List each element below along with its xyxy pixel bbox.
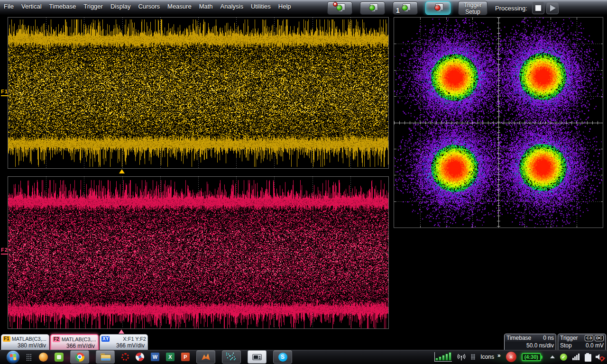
processing-play-button[interactable] bbox=[546, 2, 559, 14]
stop-square-icon bbox=[535, 5, 541, 11]
chrome-icon bbox=[75, 353, 84, 362]
f2-waveform-canvas[interactable] bbox=[8, 177, 388, 328]
signal-chart-icon[interactable] bbox=[434, 352, 452, 362]
network-signal-icon[interactable] bbox=[572, 354, 579, 360]
expand-chevron[interactable]: » bbox=[497, 352, 501, 359]
menu-item-help[interactable]: Help bbox=[278, 3, 291, 10]
trigger-stop-icon bbox=[432, 3, 444, 13]
descriptor-f2-title: MATLAB(C3,... bbox=[62, 337, 96, 342]
trigger-single-button[interactable]: 1 bbox=[393, 1, 418, 15]
descriptor-f2-scale: 366 mV/div bbox=[53, 343, 96, 350]
taskbar-app-icons: W X P S bbox=[7, 350, 292, 364]
taskbar-grip-icon[interactable] bbox=[26, 354, 32, 361]
tray-grip-icon[interactable] bbox=[471, 354, 475, 360]
processing-label: Processing: bbox=[495, 5, 527, 12]
plot-app-taskbar-button[interactable] bbox=[222, 350, 241, 364]
menu-items: File Vertical Timebase Trigger Display C… bbox=[4, 3, 291, 10]
xy-constellation-canvas[interactable] bbox=[394, 18, 603, 228]
trigger-setup-line1: Trigger bbox=[459, 2, 487, 9]
menu-item-timebase[interactable]: Timebase bbox=[49, 3, 76, 10]
evernote-icon[interactable] bbox=[55, 353, 64, 362]
pixel-graph-icon bbox=[226, 353, 237, 361]
menu-item-trigger[interactable]: Trigger bbox=[83, 3, 103, 10]
menu-item-display[interactable]: Display bbox=[110, 3, 131, 10]
matlab-taskbar-button[interactable] bbox=[196, 350, 215, 364]
trigger-coupling-badge: DC bbox=[595, 335, 604, 341]
show-hidden-icons-button[interactable] bbox=[550, 355, 555, 358]
windows-logo-icon bbox=[10, 354, 17, 360]
trigger-mode: Stop bbox=[560, 342, 572, 349]
powerpoint-icon[interactable]: P bbox=[181, 353, 190, 361]
wireless-antenna-icon[interactable] bbox=[457, 353, 466, 361]
oscilloscope-taskbar-button[interactable] bbox=[248, 350, 267, 364]
timebase-offset: 0 ns bbox=[543, 335, 554, 341]
menu-item-analysis[interactable]: Analysis bbox=[221, 3, 243, 10]
trigger-normal-button[interactable] bbox=[360, 1, 385, 15]
menu-item-utilities[interactable]: Utilities bbox=[251, 3, 271, 10]
f1-waveform-grid[interactable] bbox=[8, 17, 389, 169]
menu-item-vertical[interactable]: Vertical bbox=[21, 3, 42, 10]
descriptor-xy-title: X:F1 Y:F2 bbox=[123, 336, 146, 342]
descriptor-xy-scale: 366 mV/div bbox=[101, 342, 146, 350]
excel-icon[interactable]: X bbox=[166, 353, 175, 361]
f2-badge: F2 bbox=[53, 337, 60, 342]
menu-item-math[interactable]: Math bbox=[199, 3, 213, 10]
word-icon[interactable]: W bbox=[151, 353, 159, 361]
trigger-auto-button[interactable] bbox=[327, 1, 352, 15]
f2-trigger-position-marker[interactable] bbox=[119, 329, 124, 334]
trigger-setup-button[interactable]: Trigger Setup bbox=[458, 1, 487, 15]
scope-display-area: F1 F2 F1 MATLAB(C3,... 380 mV/div F2 MAT… bbox=[0, 15, 607, 350]
descriptor-f2-header: F2 MATLAB(C3,... bbox=[53, 336, 96, 343]
windows-taskbar: W X P S Icons » ✳ bbox=[0, 350, 607, 364]
system-tray: Icons » ✳ (4:30) ✓ bbox=[434, 350, 604, 364]
folder-icon bbox=[101, 354, 110, 361]
fortinet-icon[interactable] bbox=[121, 353, 129, 361]
descriptor-f1-header: F1 MATLAB(C3,... bbox=[3, 335, 47, 342]
f1-waveform-canvas[interactable] bbox=[8, 18, 388, 168]
icons-label[interactable]: Icons bbox=[480, 354, 494, 360]
trigger-stop-button[interactable] bbox=[425, 1, 451, 15]
matlab-icon bbox=[201, 353, 211, 361]
status-check-icon[interactable]: ✓ bbox=[560, 354, 567, 361]
xy-constellation-grid[interactable] bbox=[394, 17, 603, 228]
menu-item-file[interactable]: File bbox=[4, 3, 14, 10]
trigger-normal-icon bbox=[367, 3, 378, 13]
oscilloscope-icon bbox=[252, 354, 262, 360]
trigger-level: 0.0 mV bbox=[586, 342, 604, 349]
alarm-clock-icon bbox=[333, 2, 338, 7]
trigger-single-icon bbox=[400, 3, 411, 13]
xy-badge: XY bbox=[101, 336, 110, 342]
battery-icon[interactable] bbox=[585, 353, 590, 361]
browser-ball-icon[interactable] bbox=[39, 353, 48, 362]
snagit-icon[interactable] bbox=[134, 351, 145, 362]
f1-badge: F1 bbox=[3, 336, 10, 342]
f1-trigger-position-marker[interactable] bbox=[119, 169, 125, 173]
skype-taskbar-button[interactable]: S bbox=[273, 350, 292, 364]
trigger-source-badge: C3 bbox=[585, 335, 593, 341]
processing-stop-button[interactable] bbox=[532, 2, 544, 14]
timebase-scale: 50.0 ns/div bbox=[526, 342, 554, 349]
descriptor-f1-scale: 380 mV/div bbox=[3, 342, 47, 350]
webex-pinwheel-icon[interactable]: ✳ bbox=[506, 352, 516, 362]
descriptor-f1-title: MATLAB(C3,... bbox=[12, 336, 46, 342]
trigger-setup-line2: Setup bbox=[459, 9, 487, 15]
menu-bar: File Vertical Timebase Trigger Display C… bbox=[0, 0, 607, 15]
menu-item-measure[interactable]: Measure bbox=[167, 3, 192, 10]
trigger-toolbar: 1 Trigger Setup Processing: bbox=[327, 1, 559, 15]
f2-waveform-grid[interactable] bbox=[8, 176, 389, 329]
skype-icon: S bbox=[278, 353, 287, 362]
f1-trace-label[interactable]: F1 bbox=[1, 89, 8, 96]
descriptor-xy-header: XY X:F1 Y:F2 bbox=[101, 335, 146, 342]
volume-muted-icon[interactable] bbox=[596, 354, 604, 361]
start-button[interactable] bbox=[7, 351, 19, 364]
trigger-auto-icon bbox=[334, 3, 346, 13]
oscilloscope-application: File Vertical Timebase Trigger Display C… bbox=[0, 0, 607, 364]
play-triangle-icon bbox=[550, 5, 556, 11]
trigger-title: Trigger bbox=[560, 335, 578, 341]
chrome-taskbar-button[interactable] bbox=[70, 350, 89, 364]
explorer-taskbar-button[interactable] bbox=[96, 350, 115, 364]
menu-item-cursors[interactable]: Cursors bbox=[138, 3, 160, 10]
timebase-title: Timebase bbox=[506, 335, 531, 341]
battery-timer-indicator[interactable]: (4:30) bbox=[522, 353, 541, 361]
f2-trace-label[interactable]: F2 bbox=[1, 247, 8, 255]
